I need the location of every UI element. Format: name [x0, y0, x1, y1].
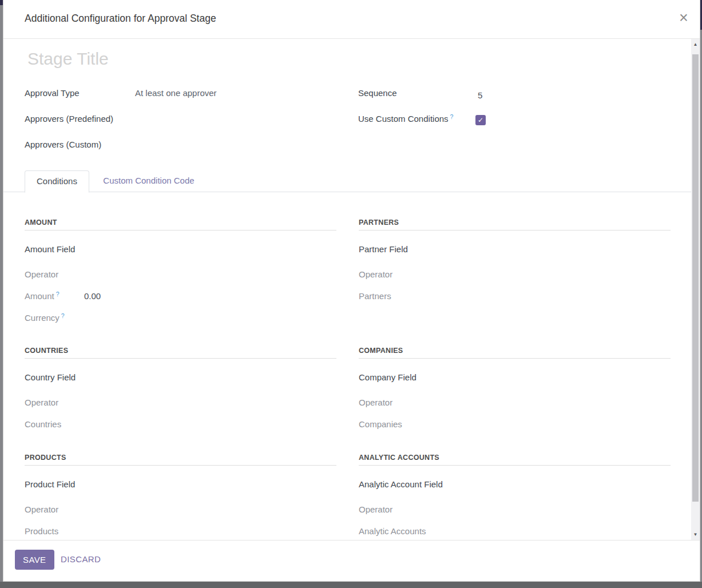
- analytic-operator-label: Operator: [359, 503, 392, 517]
- approval-stage-config-dialog: Additional Configuration for Approval St…: [3, 0, 700, 582]
- help-icon: ?: [450, 113, 454, 120]
- scrollbar-thumb[interactable]: [692, 54, 699, 502]
- section-divider: [359, 465, 671, 466]
- notebook-tabs: Conditions Custom Condition Code: [3, 170, 700, 192]
- use-custom-conditions-checkbox[interactable]: ✓: [475, 115, 486, 125]
- amount-operator-label: Operator: [25, 268, 58, 281]
- analytic-account-field-label: Analytic Account Field: [359, 478, 443, 491]
- discard-button[interactable]: DISCARD: [61, 554, 101, 564]
- product-operator-label: Operator: [25, 503, 58, 517]
- scroll-up-icon[interactable]: ▲: [691, 40, 700, 49]
- amount-label: Amount: [25, 291, 54, 301]
- tab-conditions[interactable]: Conditions: [25, 170, 89, 193]
- section-title: AMOUNT: [25, 218, 57, 227]
- approval-type-label: Approval Type: [25, 88, 80, 98]
- checkmark-icon: ✓: [478, 116, 483, 124]
- partner-operator-label: Operator: [359, 268, 392, 281]
- tab-custom-condition-code[interactable]: Custom Condition Code: [92, 170, 205, 192]
- products-label: Products: [25, 525, 58, 538]
- section-title: ANALYTIC ACCOUNTS: [359, 454, 439, 462]
- section-divider: [359, 358, 671, 359]
- dialog-title: Additional Configuration for Approval St…: [25, 13, 216, 25]
- section-title: PRODUCTS: [25, 454, 66, 462]
- dialog-header: Additional Configuration for Approval St…: [3, 0, 700, 39]
- save-button[interactable]: SAVE: [15, 550, 54, 570]
- stage-title-input[interactable]: Stage Title: [27, 49, 109, 69]
- help-icon: ?: [56, 291, 60, 297]
- company-field-label: Company Field: [359, 371, 417, 384]
- close-icon[interactable]: ×: [675, 8, 693, 27]
- countries-label: Countries: [25, 418, 61, 431]
- sequence-input[interactable]: 5: [478, 90, 482, 100]
- country-field-label: Country Field: [25, 371, 76, 384]
- section-title: PARTNERS: [359, 218, 399, 227]
- amount-field-label: Amount Field: [25, 243, 75, 256]
- approval-type-select[interactable]: At least one approver: [135, 88, 217, 98]
- approvers-custom-label: Approvers (Custom): [25, 140, 101, 149]
- section-divider: [359, 230, 671, 231]
- partner-field-label: Partner Field: [359, 243, 408, 256]
- product-field-label: Product Field: [25, 478, 75, 491]
- companies-label: Companies: [359, 418, 402, 431]
- company-operator-label: Operator: [359, 396, 392, 410]
- partners-label: Partners: [359, 289, 391, 303]
- currency-row: Currency?: [25, 311, 65, 325]
- section-title: COUNTRIES: [25, 347, 68, 355]
- backdrop-bottom-strip: [0, 582, 702, 588]
- use-custom-conditions-label: Use Custom Conditions?: [358, 114, 453, 124]
- approvers-predefined-label: Approvers (Predefined): [25, 114, 113, 124]
- amount-row: Amount? 0.00: [25, 289, 60, 303]
- dialog-footer: SAVE DISCARD: [3, 540, 700, 581]
- vertical-scrollbar[interactable]: ▲ ▼: [691, 39, 700, 540]
- section-title: COMPANIES: [359, 347, 403, 355]
- amount-input[interactable]: 0.00: [84, 289, 101, 303]
- help-icon: ?: [61, 312, 65, 319]
- scroll-down-icon[interactable]: ▼: [691, 530, 700, 539]
- sequence-label: Sequence: [358, 88, 397, 98]
- country-operator-label: Operator: [25, 396, 58, 410]
- dialog-body: Stage Title Approval Type At least one a…: [3, 39, 700, 540]
- section-divider: [25, 465, 336, 466]
- section-divider: [25, 230, 336, 231]
- section-divider: [25, 358, 336, 359]
- analytic-accounts-label: Analytic Accounts: [359, 525, 426, 538]
- currency-label: Currency: [25, 313, 60, 323]
